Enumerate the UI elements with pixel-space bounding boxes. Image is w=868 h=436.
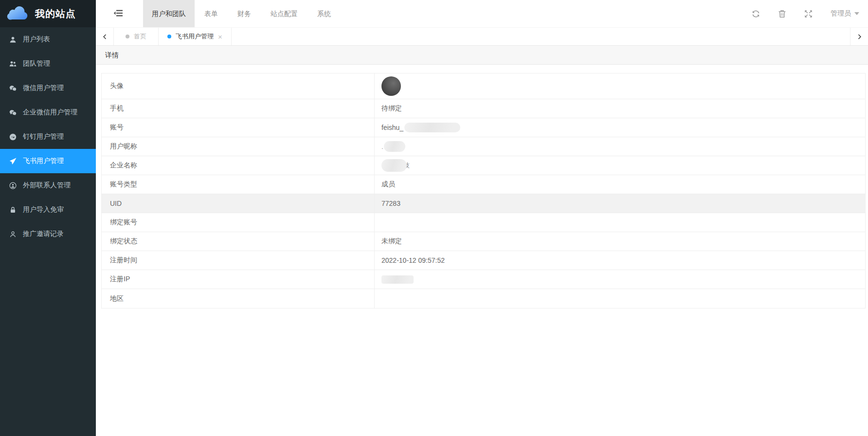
detail-label: 绑定状态 [102, 232, 375, 251]
sidebar-item-label: 用户导入免审 [23, 205, 64, 214]
detail-value: 77283 [375, 194, 865, 213]
cloud-icon [7, 6, 30, 21]
detail-value: . [375, 137, 865, 156]
tabbar-spacer [232, 28, 850, 45]
sidebar: 我的站点 用户列表团队管理微信用户管理企业微信用户管理钉钉用户管理飞书用户管理外… [0, 0, 96, 436]
person-outline-icon [9, 230, 17, 238]
trash-icon[interactable] [778, 10, 786, 18]
detail-value [375, 73, 865, 99]
dingtalk-icon [9, 133, 17, 141]
top-menu-item-2[interactable]: 财务 [228, 0, 261, 27]
sidebar-item-label: 推广邀请记录 [23, 230, 64, 238]
team-icon [9, 60, 17, 68]
sidebar-item-6[interactable]: 外部联系人管理 [0, 173, 96, 198]
redaction-blur [381, 275, 414, 284]
top-menu-item-1[interactable]: 表单 [195, 0, 228, 27]
site-logo: 我的站点 [0, 0, 96, 27]
sidebar-item-1[interactable]: 团队管理 [0, 52, 96, 76]
detail-label: 账号类型 [102, 175, 375, 194]
page-title: 详情 [96, 46, 868, 65]
app-root: 我的站点 用户列表团队管理微信用户管理企业微信用户管理钉钉用户管理飞书用户管理外… [0, 0, 868, 436]
detail-label: 企业名称 [102, 156, 375, 175]
detail-value: 2 [375, 270, 865, 289]
sidebar-item-4[interactable]: 钉钉用户管理 [0, 125, 96, 149]
detail-row-3: 用户昵称. [102, 137, 865, 156]
navbar-actions: 管理员 [752, 9, 868, 18]
detail-value: 2022-10-12 09:57:52 [375, 251, 865, 270]
detail-value: 未绑定 [375, 232, 865, 251]
sidebar-item-label: 微信用户管理 [23, 84, 64, 92]
page-tab-0[interactable]: 首页 [114, 28, 159, 45]
detail-row-6: UID77283 [102, 194, 865, 213]
detail-row-9: 注册时间2022-10-12 09:57:52 [102, 251, 865, 270]
sidebar-item-7[interactable]: 用户导入免审 [0, 198, 96, 222]
detail-row-0: 头像 [102, 73, 865, 99]
fullscreen-icon[interactable] [804, 10, 813, 18]
external-contact-icon [9, 182, 17, 189]
main-area: 用户和团队表单财务站点配置系统 [96, 0, 868, 436]
feishu-plane-icon [9, 157, 17, 165]
page-tab-1[interactable]: 飞书用户管理× [159, 28, 232, 45]
tab-label: 首页 [134, 32, 146, 41]
top-menu-item-4[interactable]: 系统 [307, 0, 341, 27]
detail-row-10: 注册IP2 [102, 270, 865, 289]
sidebar-item-0[interactable]: 用户列表 [0, 27, 96, 52]
wecom-icon [9, 109, 17, 116]
value-text: feishu_ [381, 124, 403, 131]
redaction-blur [381, 159, 407, 172]
tabs-scroll-right[interactable] [850, 28, 868, 45]
detail-label: 注册时间 [102, 251, 375, 270]
detail-label: 手机 [102, 99, 375, 118]
detail-label: 账号 [102, 118, 375, 137]
redaction-blur [404, 123, 460, 132]
sidebar-item-label: 团队管理 [23, 59, 50, 68]
top-menu-item-0[interactable]: 用户和团队 [143, 0, 195, 27]
top-menu-item-3[interactable]: 站点配置 [261, 0, 307, 27]
tab-bar: 首页飞书用户管理× [96, 27, 868, 46]
active-tab-dot [167, 35, 171, 38]
detail-label: UID [102, 194, 375, 213]
user-avatar [381, 76, 401, 96]
user-label: 管理员 [831, 9, 851, 18]
detail-table: 头像手机待绑定账号feishu_用户昵称.企业名称技账号类型成员UID77283… [101, 73, 866, 309]
site-name: 我的站点 [35, 7, 76, 20]
detail-label: 用户昵称 [102, 137, 375, 156]
detail-row-11: 地区 [102, 289, 865, 308]
top-menu: 用户和团队表单财务站点配置系统 [143, 0, 341, 27]
tab-dot [126, 35, 129, 38]
detail-row-4: 企业名称技 [102, 156, 865, 175]
sidebar-item-2[interactable]: 微信用户管理 [0, 76, 96, 100]
value-text: 2022-10-12 09:57:52 [381, 256, 445, 264]
collapse-menu-icon[interactable] [113, 9, 124, 18]
value-text: 77283 [381, 200, 400, 207]
tabs-scroll-left[interactable] [96, 28, 114, 45]
detail-value: 技 [375, 156, 865, 175]
detail-label: 绑定账号 [102, 213, 375, 232]
detail-row-2: 账号feishu_ [102, 118, 865, 137]
tab-close-icon[interactable]: × [218, 33, 222, 40]
refresh-icon[interactable] [752, 10, 760, 18]
redacted-fragment: . [381, 143, 383, 150]
value-text: 未绑定 [381, 237, 402, 246]
sidebar-item-label: 企业微信用户管理 [23, 108, 77, 117]
user-dropdown[interactable]: 管理员 [831, 9, 859, 18]
detail-label: 地区 [102, 289, 375, 308]
lock-icon [9, 206, 17, 214]
detail-row-5: 账号类型成员 [102, 175, 865, 194]
caret-down-icon [854, 12, 859, 15]
detail-row-8: 绑定状态未绑定 [102, 232, 865, 251]
redaction-blur [384, 141, 405, 152]
sidebar-item-label: 用户列表 [23, 35, 50, 44]
detail-label: 头像 [102, 73, 375, 99]
tab-label: 飞书用户管理 [176, 32, 214, 41]
sidebar-item-label: 外部联系人管理 [23, 181, 71, 190]
sidebar-item-label: 钉钉用户管理 [23, 132, 64, 141]
sidebar-item-3[interactable]: 企业微信用户管理 [0, 100, 96, 125]
sidebar-item-label: 飞书用户管理 [23, 157, 64, 165]
detail-value: 待绑定 [375, 99, 865, 118]
value-text: 待绑定 [381, 104, 402, 113]
sidebar-item-8[interactable]: 推广邀请记录 [0, 222, 96, 246]
top-navbar: 用户和团队表单财务站点配置系统 [96, 0, 868, 27]
detail-row-7: 绑定账号 [102, 213, 865, 232]
sidebar-item-5[interactable]: 飞书用户管理 [0, 149, 96, 173]
